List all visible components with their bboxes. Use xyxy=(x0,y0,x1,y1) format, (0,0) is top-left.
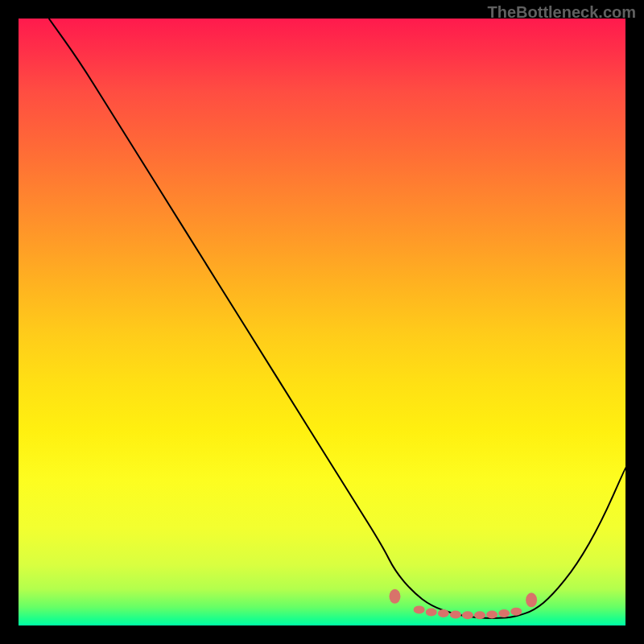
sweet-spot-marker xyxy=(389,589,400,604)
curve-svg xyxy=(19,19,625,625)
sweet-spot-marker xyxy=(474,611,485,619)
chart-plot-area xyxy=(19,19,625,625)
sweet-spot-marker xyxy=(510,608,522,616)
bottleneck-curve xyxy=(49,19,625,618)
sweet-spot-marker xyxy=(438,609,449,617)
watermark-text: TheBottleneck.com xyxy=(488,3,636,22)
sweet-spot-marker xyxy=(486,610,497,618)
sweet-spot-marker xyxy=(526,592,537,607)
sweet-spot-marker xyxy=(426,608,437,616)
sweet-spot-marker xyxy=(414,605,425,613)
sweet-spot-marker xyxy=(450,610,461,618)
sweet-spot-markers xyxy=(389,589,537,619)
sweet-spot-marker xyxy=(462,611,473,619)
sweet-spot-marker xyxy=(498,609,510,617)
